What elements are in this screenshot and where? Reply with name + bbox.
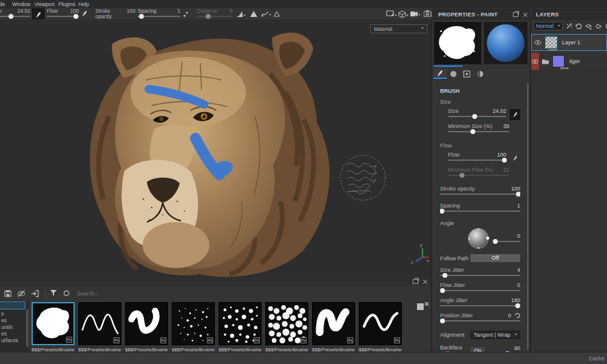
layer-row-1[interactable]: Layer 1 [531, 34, 607, 51]
spacing-slider[interactable] [440, 209, 520, 214]
follow-path-toggle[interactable]: Off [470, 254, 520, 262]
properties-scrollbar[interactable] [526, 81, 529, 352]
layer-thumbnail[interactable] [552, 55, 565, 67]
position-jitter-value[interactable]: 0 [508, 312, 511, 318]
min-size-field[interactable]: Minimum Size (%)39 [448, 123, 509, 135]
paint-bucket-icon[interactable] [595, 23, 602, 30]
menu-mode[interactable]: Mode [0, 1, 5, 7]
stroke-opacity-value[interactable]: 100 [511, 186, 520, 192]
angle-dial[interactable] [468, 228, 489, 249]
camera-video-icon[interactable] [410, 11, 421, 17]
randomize-seed-icon[interactable] [514, 312, 520, 318]
brush-tile[interactable]: Ps $$$/Presets/Brushes/... [265, 302, 308, 352]
add-effect-icon[interactable] [566, 23, 572, 30]
size-jitter-value[interactable]: 4 [517, 267, 520, 273]
size-jitter-field[interactable]: Size Jitter4 [440, 267, 520, 278]
flow-field[interactable]: Flow100 [448, 152, 506, 163]
material-dropdown[interactable]: Material [370, 24, 427, 33]
flow-jitter-value[interactable]: 0 [517, 282, 520, 288]
brush-tile[interactable]: Ps $$$/Presets/Brushes/... [78, 302, 121, 352]
search-input[interactable] [76, 290, 260, 297]
size-value[interactable]: 24.02 [492, 108, 506, 114]
brush-alpha-preview[interactable] [434, 22, 481, 64]
min-size-value[interactable]: 39 [503, 123, 509, 129]
layer-name[interactable]: tiger [569, 58, 580, 64]
falloff-curve-icon[interactable] [236, 10, 246, 18]
thumbnail-size-small-icon[interactable] [425, 302, 429, 306]
thumbnail-size-icon[interactable] [417, 303, 424, 310]
close-icon[interactable] [523, 12, 527, 17]
size-pressure-button[interactable] [510, 109, 520, 120]
asset-category-selected[interactable] [0, 302, 25, 309]
layer-row-2[interactable]: tiger [531, 53, 607, 70]
toolbar-size-control[interactable]: Size24.02 [0, 8, 30, 19]
flow-jitter-slider[interactable] [440, 288, 520, 294]
lazy-mouse-icon[interactable] [261, 11, 271, 17]
camera-photo-icon[interactable] [424, 10, 432, 17]
tab-brush[interactable] [433, 69, 447, 79]
stroke-opacity-slider[interactable] [440, 192, 520, 197]
layer-mask-tag[interactable] [531, 53, 539, 70]
asset-category[interactable]: es [1, 331, 7, 337]
symmetry-icon[interactable] [250, 11, 257, 17]
popout-icon[interactable] [513, 12, 518, 17]
size-slider[interactable] [448, 114, 506, 120]
flow-slider[interactable] [448, 158, 506, 163]
import-resources-icon[interactable] [31, 290, 39, 297]
asset-category[interactable]: urfaces [1, 337, 18, 343]
menu-plugins[interactable]: Plugins [58, 1, 75, 7]
save-icon[interactable] [4, 290, 12, 297]
brush-tile[interactable]: Ps $$$/Presets/Brushes/... [359, 302, 402, 352]
tab-alpha[interactable] [447, 69, 460, 79]
display-settings-icon[interactable] [386, 10, 397, 18]
backface-toggle[interactable]: On [470, 347, 485, 352]
close-icon[interactable] [422, 279, 427, 284]
min-size-slider[interactable] [448, 129, 509, 135]
sidebar-scrollbar[interactable] [26, 309, 29, 347]
visibility-eye-icon[interactable] [534, 40, 541, 45]
viewport-3d[interactable]: y x z Material [0, 19, 431, 277]
position-jitter-field[interactable]: Position Jitter 0 [440, 312, 520, 324]
size-jitter-slider[interactable] [440, 273, 520, 278]
filter-icon[interactable] [50, 290, 57, 297]
angle-field[interactable]: 0 [440, 228, 520, 249]
refresh-icon[interactable] [63, 290, 70, 297]
projection-icon[interactable] [273, 11, 280, 17]
flow-jitter-field[interactable]: Flow Jitter0 [440, 282, 520, 294]
brush-tile[interactable]: Ps $$$/Presets/Brushes/... [172, 302, 215, 352]
layer-thumbnail[interactable] [545, 36, 557, 49]
visibility-eye-icon[interactable] [532, 59, 538, 64]
toolbar-spacing-control[interactable]: Spacing1 [138, 8, 180, 19]
stroke-opacity-value[interactable]: 100 [127, 8, 135, 19]
size-slider[interactable] [0, 14, 30, 19]
angle-value[interactable]: 0 [494, 233, 520, 239]
size-field[interactable]: Size24.02 [448, 108, 506, 120]
size-pressure-button[interactable] [32, 8, 44, 20]
popout-icon[interactable] [413, 279, 418, 284]
flow-pressure-button[interactable] [81, 10, 88, 17]
menu-viewport[interactable]: Viewport [35, 1, 55, 7]
spacing-value[interactable]: 1 [517, 203, 520, 209]
brush-tile[interactable]: Ps $$$/Presets/Brushes/... [125, 302, 168, 352]
toolbar-stroke-opacity-control[interactable]: Stroke opacity100 [95, 8, 135, 19]
flow-pressure-button[interactable] [510, 153, 520, 164]
asset-category[interactable]: es [1, 317, 7, 323]
flow-slider[interactable] [47, 14, 79, 19]
angle-jitter-slider[interactable] [440, 303, 520, 309]
alignment-dropdown[interactable]: Tangent | Wrap [470, 331, 520, 339]
folder-icon[interactable] [541, 58, 549, 64]
angle-slider[interactable] [494, 239, 520, 244]
flow-value[interactable]: 100 [497, 152, 506, 158]
add-fill-layer-icon[interactable] [575, 23, 582, 30]
tab-stencil[interactable] [460, 69, 473, 79]
add-layer-icon[interactable] [585, 23, 592, 30]
layer-name[interactable]: Layer 1 [562, 39, 580, 46]
asset-category[interactable]: urals [1, 324, 12, 330]
spacing-value[interactable]: 1 [177, 8, 180, 14]
brush-tile[interactable]: Ps $$$/Presets/Brushes/... [219, 302, 262, 352]
angle-jitter-field[interactable]: Angle Jitter180 [440, 297, 520, 309]
angle-jitter-value[interactable]: 180 [511, 297, 520, 303]
position-jitter-slider[interactable] [440, 318, 520, 324]
size-value[interactable]: 24.02 [18, 8, 30, 14]
backface-value[interactable]: 90 [489, 345, 520, 351]
